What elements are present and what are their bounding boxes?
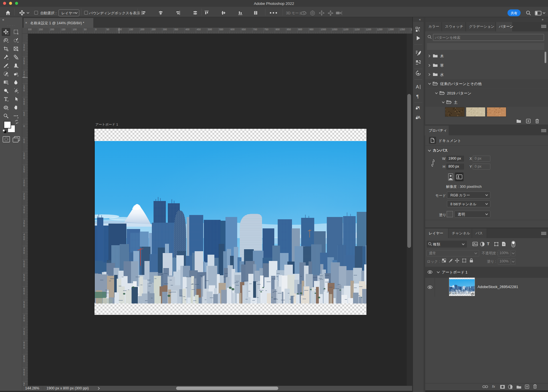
svg-text:0: 0 — [23, 76, 25, 79]
svg-text:950: 950 — [309, 28, 313, 31]
svg-text:200: 200 — [140, 28, 144, 31]
svg-text:200: 200 — [50, 28, 54, 31]
svg-text:A: A — [416, 85, 419, 89]
svg-text:50: 50 — [106, 28, 109, 31]
svg-text:1050: 1050 — [332, 28, 337, 31]
svg-text:0: 0 — [23, 184, 25, 187]
svg-text:600: 600 — [231, 28, 235, 31]
svg-text:0: 0 — [23, 279, 25, 282]
svg-text:0: 0 — [23, 125, 25, 128]
svg-text:0: 0 — [23, 170, 25, 173]
svg-text:0: 0 — [23, 238, 25, 241]
svg-text:0: 0 — [23, 141, 25, 144]
svg-text:700: 700 — [253, 28, 257, 31]
svg-text:550: 550 — [219, 28, 223, 31]
svg-text:A: A — [418, 115, 421, 120]
svg-text:0: 0 — [23, 292, 25, 295]
svg-text:0: 0 — [95, 28, 97, 31]
svg-text:450: 450 — [197, 28, 201, 31]
svg-text:0: 0 — [23, 360, 25, 363]
svg-text:0: 0 — [23, 89, 25, 92]
svg-text:0: 0 — [23, 211, 25, 214]
svg-text:0: 0 — [23, 157, 25, 160]
svg-text:900: 900 — [298, 28, 302, 31]
svg-text:800: 800 — [276, 28, 280, 31]
svg-text:350: 350 — [174, 28, 178, 31]
svg-text:0: 0 — [23, 373, 25, 376]
svg-text:0: 0 — [23, 114, 25, 116]
svg-text:1300: 1300 — [388, 28, 394, 31]
svg-text:0: 0 — [23, 346, 25, 349]
svg-text:400: 400 — [186, 28, 190, 31]
svg-text:250: 250 — [39, 28, 43, 31]
svg-text:150: 150 — [129, 28, 133, 31]
svg-text:850: 850 — [287, 28, 291, 31]
svg-text:0: 0 — [23, 252, 25, 254]
svg-text:0: 0 — [23, 49, 25, 51]
svg-text:1150: 1150 — [354, 28, 360, 31]
svg-text:750: 750 — [264, 28, 268, 31]
svg-text:¶: ¶ — [418, 105, 420, 110]
svg-text:0: 0 — [23, 224, 25, 227]
svg-text:0: 0 — [23, 197, 25, 200]
svg-text:0: 0 — [23, 102, 25, 105]
svg-text:1250: 1250 — [377, 28, 382, 31]
svg-text:50: 50 — [84, 28, 87, 31]
svg-text:1000: 1000 — [321, 28, 326, 31]
svg-text:1200: 1200 — [366, 28, 371, 31]
svg-text:650: 650 — [242, 28, 246, 31]
svg-text:250: 250 — [152, 28, 156, 31]
svg-text:500: 500 — [208, 28, 212, 31]
svg-text:0: 0 — [23, 319, 25, 322]
svg-text:150: 150 — [61, 28, 65, 31]
svg-text:100: 100 — [118, 28, 122, 31]
svg-text:1100: 1100 — [343, 28, 349, 31]
svg-text:0: 0 — [23, 333, 25, 335]
svg-text:300: 300 — [163, 28, 167, 31]
svg-text:0: 0 — [23, 62, 25, 65]
svg-text:0: 0 — [23, 265, 25, 268]
svg-text:300: 300 — [28, 28, 32, 31]
svg-text:100: 100 — [73, 28, 77, 31]
svg-text:1350: 1350 — [400, 28, 405, 31]
svg-text:¶: ¶ — [416, 94, 419, 99]
svg-text:0: 0 — [23, 305, 25, 308]
